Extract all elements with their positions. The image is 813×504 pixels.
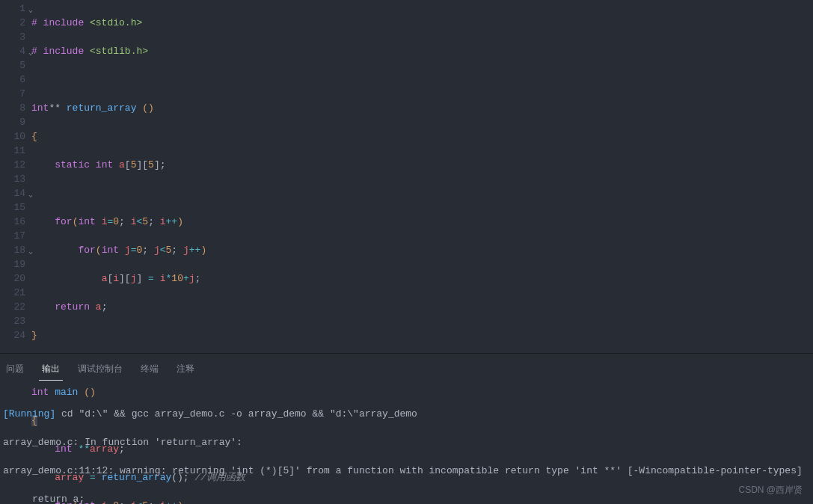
line-gutter: 1⌄ 2 3 4⌄ 5 6 7 8 9 10 11 12 13 14⌄ 15 1… [0, 0, 31, 353]
tab-terminal[interactable]: 终端 [138, 360, 162, 381]
tab-debug-console[interactable]: 调试控制台 [75, 360, 126, 381]
fold-icon[interactable]: ⌄ [28, 245, 33, 259]
fold-icon[interactable]: ⌄ [28, 46, 33, 60]
tab-output[interactable]: 输出 [39, 360, 63, 381]
code-editor[interactable]: 1⌄ 2 3 4⌄ 5 6 7 8 9 10 11 12 13 14⌄ 15 1… [0, 0, 813, 353]
tab-problems[interactable]: 问题 [3, 360, 27, 381]
running-label: [Running] [3, 408, 55, 420]
fold-icon[interactable]: ⌄ [28, 188, 33, 202]
watermark: CSDN @西岸贤 [738, 484, 803, 497]
fold-icon[interactable]: ⌄ [28, 3, 33, 17]
code-area[interactable]: # include <stdio.h> # include <stdlib.h>… [31, 0, 813, 353]
tab-comments[interactable]: 注释 [174, 360, 197, 381]
